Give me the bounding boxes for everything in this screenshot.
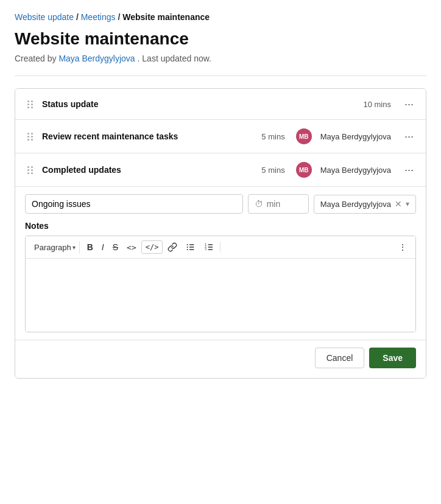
cancel-button[interactable]: Cancel bbox=[315, 348, 365, 368]
notes-section: Notes Paragraph ▾ B I S <> </> bbox=[25, 221, 416, 332]
agenda-item-3: Completed updates 5 mins MB Maya Berdygy… bbox=[15, 153, 426, 187]
agenda-item-2-title: Review recent maintenance tasks bbox=[42, 131, 255, 141]
bold-button[interactable]: B bbox=[83, 240, 97, 254]
owner-chevron-icon[interactable]: ▾ bbox=[406, 200, 409, 208]
link-button[interactable] bbox=[164, 240, 181, 254]
agenda-item-2-more[interactable]: ··· bbox=[402, 130, 416, 143]
clock-icon: ⏱ bbox=[255, 199, 263, 209]
agenda-item-3-duration: 5 mins bbox=[261, 166, 284, 175]
breadcrumb-current: Website maintenance bbox=[122, 12, 210, 22]
duration-input[interactable] bbox=[267, 199, 291, 209]
agenda-item-1-title: Status update bbox=[42, 99, 357, 109]
svg-point-3 bbox=[187, 244, 188, 245]
meta-author-link[interactable]: Maya Berdygylyjova bbox=[58, 54, 135, 63]
breadcrumb: Website update / Meetings / Website main… bbox=[15, 12, 426, 22]
agenda-item-3-avatar: MB bbox=[296, 162, 312, 178]
agenda-item-1-duration: 10 mins bbox=[363, 100, 391, 109]
toolbar-divider bbox=[220, 242, 220, 253]
page-title: Website maintenance bbox=[15, 29, 426, 49]
numbered-list-button[interactable]: 1 2 3 bbox=[200, 240, 217, 254]
more-options-button[interactable]: ⋮ bbox=[395, 240, 411, 254]
editor-body[interactable] bbox=[26, 259, 415, 332]
agenda-item-2-duration: 5 mins bbox=[261, 132, 284, 141]
owner-select[interactable]: Maya Berdygylyjova ✕ ▾ bbox=[314, 195, 416, 214]
bullet-list-button[interactable] bbox=[182, 240, 199, 254]
editor-container: Paragraph ▾ B I S <> </> bbox=[25, 236, 416, 332]
owner-clear-icon[interactable]: ✕ bbox=[395, 200, 402, 208]
drag-handle-3[interactable] bbox=[25, 165, 36, 175]
inline-code-button[interactable]: <> bbox=[123, 241, 140, 254]
owner-name: Maya Berdygylyjova bbox=[320, 200, 391, 209]
breadcrumb-link-2[interactable]: Meetings bbox=[81, 12, 116, 22]
agenda-item-3-more[interactable]: ··· bbox=[402, 163, 416, 177]
paragraph-label: Paragraph bbox=[34, 243, 71, 252]
paragraph-select-wrapper[interactable]: Paragraph ▾ bbox=[30, 241, 80, 254]
breadcrumb-sep-1: / bbox=[76, 12, 81, 22]
notes-label: Notes bbox=[25, 221, 416, 231]
agenda-item-1: Status update 10 mins ··· bbox=[15, 89, 426, 120]
save-button[interactable]: Save bbox=[369, 348, 416, 368]
new-item-row: ⏱ Maya Berdygylyjova ✕ ▾ Notes Paragraph… bbox=[15, 187, 426, 340]
agenda-item-2-owner: Maya Berdygylyjova bbox=[320, 132, 391, 141]
agenda-item-3-title: Completed updates bbox=[42, 165, 255, 175]
duration-input-wrapper: ⏱ bbox=[248, 194, 309, 214]
italic-button[interactable]: I bbox=[98, 240, 108, 254]
strikethrough-button[interactable]: S bbox=[109, 240, 122, 254]
svg-point-5 bbox=[187, 249, 188, 250]
drag-handle-1[interactable] bbox=[25, 99, 36, 110]
editor-toolbar: Paragraph ▾ B I S <> </> bbox=[26, 236, 415, 259]
svg-point-4 bbox=[187, 247, 188, 248]
svg-text:3: 3 bbox=[205, 248, 207, 251]
divider bbox=[15, 75, 426, 76]
agenda-item-2-avatar: MB bbox=[296, 128, 312, 144]
agenda-item-2: Review recent maintenance tasks 5 mins M… bbox=[15, 120, 426, 153]
action-row: Cancel Save bbox=[15, 340, 426, 378]
paragraph-chevron-icon: ▾ bbox=[72, 244, 76, 251]
meta-info: Created by Maya Berdygylyjova . Last upd… bbox=[15, 54, 426, 63]
agenda-item-1-more[interactable]: ··· bbox=[402, 97, 416, 111]
meta-created-by: Created by bbox=[15, 54, 56, 63]
meta-suffix: . Last updated now. bbox=[138, 54, 211, 63]
code-block-button[interactable]: </> bbox=[141, 240, 163, 254]
agenda-container: Status update 10 mins ··· Review recent … bbox=[15, 88, 426, 379]
breadcrumb-link-1[interactable]: Website update bbox=[15, 12, 74, 22]
agenda-item-3-owner: Maya Berdygylyjova bbox=[320, 166, 391, 175]
drag-handle-2[interactable] bbox=[25, 131, 36, 142]
new-item-title-input[interactable] bbox=[25, 194, 243, 214]
